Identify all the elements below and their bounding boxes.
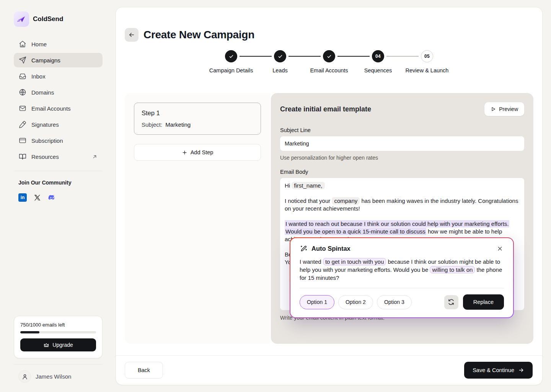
home-icon [19,40,26,48]
wizard-footer: Back Save & Continue [116,355,542,385]
option-3-button[interactable]: Option 3 [377,295,412,309]
back-button[interactable]: Back [125,362,163,379]
step-number: 04 [375,54,381,59]
sidebar-item-campaigns[interactable]: Campaigns [14,53,103,67]
step-circle-upcoming: 05 [421,50,433,62]
close-icon[interactable] [496,245,504,253]
credit-card-icon [19,137,26,144]
user-name: James Wilson [36,373,71,380]
sequence-subject-value: Marketing [165,121,191,128]
sequence-step-card[interactable]: Step 1 Subject: Marketing [134,103,261,135]
back-arrow-button[interactable] [125,28,139,42]
discord-icon[interactable] [48,193,56,202]
sidebar-item-label: Home [31,41,47,47]
auto-spintax-modal: Auto Spintax I wanted to get in touch wi… [290,237,514,318]
sidebar-item-label: Resources [31,154,59,160]
step-circle-complete [323,50,335,62]
spintax-wand-icon [300,245,308,253]
linkedin-icon[interactable]: in [18,193,27,202]
sequence-step-title: Step 1 [142,109,253,117]
save-continue-button[interactable]: Save & Continue [464,362,533,379]
spintax-options: Option 1 Option 2 Option 3 [300,295,412,309]
user-divider [14,364,103,364]
step-circle-complete [225,50,237,62]
app-name: ColdSend [33,15,63,23]
replace-button[interactable]: Replace [463,294,504,310]
editor-title: Create initial email template [280,105,371,113]
x-twitter-icon[interactable] [34,194,41,201]
sidebar-divider [14,171,103,171]
page-title: Create New Campaign [143,29,254,41]
sidebar-item-label: Signatures [31,121,59,128]
step-label: Campaign Details [209,67,253,74]
play-icon [491,106,496,112]
upgrade-button[interactable]: Upgrade [20,338,96,351]
sidebar: ColdSend Home Campaigns Inbox Domains Em… [0,0,116,392]
subject-line-label: Subject Line [280,127,524,133]
step-label: Review & Launch [406,67,449,74]
usage-progress-fill [20,331,39,333]
sidebar-item-email-accounts[interactable]: Email Accounts [14,101,103,116]
step-circle-current: 04 [372,50,384,62]
plus-icon [182,150,187,155]
user-menu[interactable]: James Wilson [14,370,103,383]
brand: ColdSend [14,11,103,27]
sidebar-item-label: Domains [31,89,54,96]
sidebar-item-subscription[interactable]: Subscription [14,133,103,148]
send-icon [19,56,26,64]
step-circle-complete [274,50,286,62]
external-link-icon [92,154,98,160]
step-campaign-details[interactable]: Campaign Details [207,50,256,74]
inbox-icon [19,72,26,80]
step-label: Leads [272,67,288,74]
refresh-icon [448,299,455,305]
email-usage-card: 750/1000 emails left Upgrade [14,316,103,358]
community-title: Join Our Community [18,180,103,186]
arrow-right-icon [518,367,524,373]
step-number: 05 [424,54,430,59]
add-step-label: Add Step [191,149,214,155]
sequence-subject-label: Subject: [142,121,162,128]
coldsend-logo-icon [14,11,29,27]
step-label: Email Accounts [310,67,348,74]
option-1-button[interactable]: Option 1 [300,295,334,309]
sequence-steps-panel: Step 1 Subject: Marketing Add Step [125,93,270,344]
arrow-left-icon [128,31,135,38]
sidebar-item-domains[interactable]: Domains [14,85,103,100]
preview-button[interactable]: Preview [484,102,524,116]
add-step-button[interactable]: Add Step [134,144,261,161]
regenerate-button[interactable] [444,295,458,309]
wizard-stepper: Campaign Details Leads Email Accounts 04… [207,50,452,74]
step-email-accounts[interactable]: Email Accounts [305,50,354,74]
modal-title: Auto Spintax [311,245,350,252]
modal-divider [300,288,504,288]
crown-icon [43,342,49,348]
sidebar-item-resources[interactable]: Resources [14,149,103,164]
subject-helper-text: Use personalization for higher open rate… [280,155,524,161]
sidebar-item-label: Inbox [31,73,46,80]
globe-icon [19,88,26,96]
subject-line-input[interactable] [280,136,524,151]
sidebar-item-label: Campaigns [31,57,60,64]
main-content: Create New Campaign Campaign Details Lea… [116,7,543,385]
sidebar-item-home[interactable]: Home [14,37,103,51]
emails-left-text: 750/1000 emails left [20,322,96,328]
social-links: in [18,193,103,202]
community-section: Join Our Community in [14,180,103,202]
spintax-suggestion-text: I wanted to get in touch with you becaus… [300,258,504,282]
sidebar-item-label: Subscription [31,137,63,144]
usage-progress-bar [20,331,96,333]
sidebar-item-inbox[interactable]: Inbox [14,69,103,83]
preview-label: Preview [499,106,518,112]
step-sequences[interactable]: 04 Sequences [354,50,403,74]
upgrade-label: Upgrade [52,342,73,348]
mail-icon [19,105,26,112]
option-2-button[interactable]: Option 2 [338,295,373,309]
sidebar-nav: Home Campaigns Inbox Domains Email Accou… [14,37,103,164]
pen-icon [19,121,26,128]
step-leads[interactable]: Leads [256,50,305,74]
step-review-launch[interactable]: 05 Review & Launch [403,50,452,74]
step-label: Sequences [364,67,392,74]
sidebar-item-signatures[interactable]: Signatures [14,117,103,132]
page-header: Create New Campaign [125,28,254,42]
